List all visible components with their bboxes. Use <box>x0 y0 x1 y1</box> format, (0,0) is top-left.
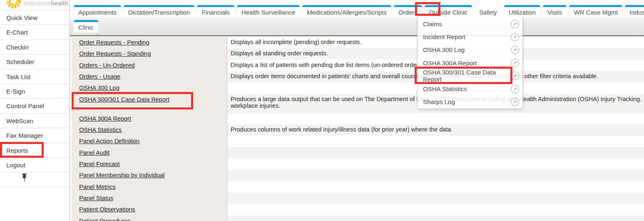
sidebar: enterprisehealth Quick View E-Chart Chec… <box>0 0 70 221</box>
sidebar-item-webscan[interactable]: WebScan <box>0 114 70 128</box>
sidebar-item-scheduler[interactable]: Scheduler <box>0 55 70 69</box>
menu-item-osha-statistics[interactable]: OSHA Statistics ↗ <box>418 82 522 95</box>
tab-medications-allergies-scripts[interactable]: Medications/Allergies/Scripts <box>302 5 392 18</box>
sidebar-item-reports[interactable]: Reports <box>0 143 70 158</box>
table-row: Panel Action Definition <box>70 136 644 147</box>
report-link-panel-action-definition[interactable]: Panel Action Definition <box>79 138 139 144</box>
table-row: Order Requests - Standing Displays all s… <box>70 48 644 60</box>
reports-list: Order Requests - Pending Displays all in… <box>70 37 644 221</box>
sidebar-item-control-panel[interactable]: Control Panel <box>0 99 70 113</box>
sidebar-item-checkin[interactable]: Checkin <box>0 40 70 55</box>
table-row: Patient Procedures <box>70 216 644 221</box>
table-row: Panel Status <box>70 193 644 204</box>
external-link-icon[interactable]: ↗ <box>511 33 519 41</box>
report-link-osha-300a-report[interactable]: OSHA 300A Report <box>79 115 131 122</box>
external-link-icon[interactable]: ↗ <box>511 59 519 67</box>
report-link-orders-usage[interactable]: Orders - Usage <box>79 73 120 80</box>
report-description: Produces columns of work related injury/… <box>227 124 644 136</box>
tab-appointments[interactable]: Appointments <box>73 5 122 18</box>
tab-financials[interactable]: Financials <box>196 5 235 18</box>
tab-health-surveillance[interactable]: Health Surveillance <box>236 5 300 18</box>
logo-text: enterprisehealth <box>24 0 69 7</box>
report-link-panel-status[interactable]: Panel Status <box>79 195 113 201</box>
report-link-patient-observations[interactable]: Patient Observations <box>79 206 135 213</box>
report-link-osha-300-log[interactable]: OSHA 300 Log <box>79 84 119 91</box>
table-row: Panel Audit <box>70 147 644 159</box>
sidebar-pin-row <box>0 172 70 187</box>
report-link-orders-un-ordered[interactable]: Orders - Un-Ordered <box>79 62 135 69</box>
table-row: Panel Forecast <box>70 159 644 170</box>
tab-wr-case-mgmt[interactable]: WR Case Mgmt <box>569 5 623 18</box>
tab-clinic[interactable]: Clinic <box>73 20 99 33</box>
gear-logo-icon <box>5 0 22 10</box>
report-link-panel-audit[interactable]: Panel Audit <box>79 149 109 156</box>
app-window: enterprisehealth Quick View E-Chart Chec… <box>0 0 644 221</box>
report-description <box>227 147 644 159</box>
report-link-panel-forecast[interactable]: Panel Forecast <box>79 161 120 167</box>
menu-item-osha-300a-report[interactable]: OSHA 300A Report ↗ <box>418 57 522 70</box>
sidebar-item-e-chart[interactable]: E-Chart <box>0 25 70 40</box>
menu-item-claims[interactable]: Claims ↗ <box>418 17 522 30</box>
table-row: Order Requests - Pending Displays all in… <box>70 37 644 48</box>
report-link-order-requests-standing[interactable]: Order Requests - Standing <box>79 50 151 57</box>
report-description <box>227 136 644 147</box>
external-link-icon[interactable]: ↗ <box>511 20 519 28</box>
table-row: OSHA 300 Log <box>70 82 644 94</box>
report-description <box>227 216 644 221</box>
table-row: Patient Observations <box>70 204 644 215</box>
logo: enterprisehealth <box>0 0 70 10</box>
table-row: Orders - Un-Ordered Displays a list of p… <box>70 60 644 71</box>
table-row: OSHA 300/301 Case Data Report Produces a… <box>70 94 644 113</box>
report-link-osha-300-301-case-data-report[interactable]: OSHA 300/301 Case Data Report <box>79 96 169 103</box>
safety-dropdown-menu: Claims ↗ Incident Report ↗ OSHA 300 Log … <box>417 17 523 109</box>
report-link-order-requests-pending[interactable]: Order Requests - Pending <box>79 39 149 46</box>
external-link-icon[interactable]: ↗ <box>511 72 519 80</box>
report-link-patient-procedures[interactable]: Patient Procedures <box>79 218 130 221</box>
sidebar-item-e-sign[interactable]: E-Sign <box>0 84 70 99</box>
table-row: OSHA Statistics Produces columns of work… <box>70 124 644 136</box>
menu-item-incident-report[interactable]: Incident Report ↗ <box>418 30 522 43</box>
pushpin-icon[interactable] <box>22 176 27 183</box>
report-description <box>227 159 644 170</box>
report-description <box>227 204 644 215</box>
report-description <box>227 170 644 181</box>
report-link-osha-statistics[interactable]: OSHA Statistics <box>79 127 122 133</box>
menu-item-osha-300-301-case-data-report[interactable]: OSHA 300/301 Case Data Report ↗ <box>418 70 522 82</box>
sidebar-item-task-list[interactable]: Task List <box>0 70 70 84</box>
report-link-panel-metrics[interactable]: Panel Metrics <box>79 184 116 190</box>
sub-tab-bar: Clinic <box>70 18 644 36</box>
menu-item-osha-300-log[interactable]: OSHA 300 Log ↗ <box>418 43 522 56</box>
report-description <box>227 193 644 204</box>
main-tab-bar: Appointments Dictation/Transcription Fin… <box>70 0 644 18</box>
table-row: Orders - Usage Displays order items docu… <box>70 71 644 82</box>
tab-dictation-transcription[interactable]: Dictation/Transcription <box>123 5 195 18</box>
external-link-icon[interactable]: ↗ <box>511 98 519 106</box>
table-row: Panel Metrics <box>70 181 644 193</box>
external-link-icon[interactable]: ↗ <box>511 85 519 93</box>
sidebar-item-logout[interactable]: Logout <box>0 158 70 172</box>
tab-visits[interactable]: Visits <box>542 5 567 18</box>
report-link-panel-membership-by-individual[interactable]: Panel Membership by Individual <box>79 172 165 179</box>
table-row: OSHA 300A Report <box>70 113 644 124</box>
sidebar-item-quick-view[interactable]: Quick View <box>0 10 70 25</box>
tab-industrial-hygiene[interactable]: Industrial Hygiene <box>624 5 644 18</box>
report-description <box>227 113 644 124</box>
table-row: Panel Membership by Individual <box>70 170 644 181</box>
menu-item-sharps-log[interactable]: Sharps Log ↗ <box>418 95 522 108</box>
external-link-icon[interactable]: ↗ <box>511 46 519 54</box>
sidebar-item-fax-manager[interactable]: Fax Manager <box>0 128 70 143</box>
report-description <box>227 181 644 193</box>
